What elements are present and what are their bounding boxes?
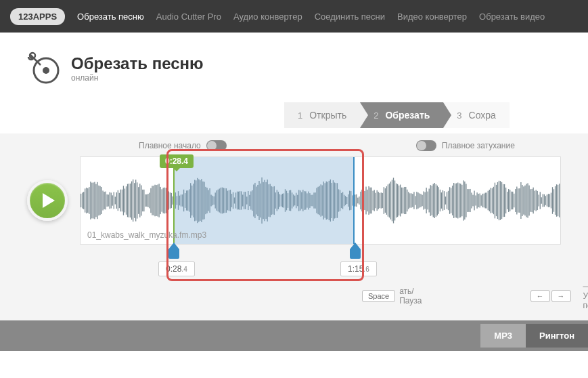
step-open[interactable]: 1 Открыть [284,102,360,128]
play-button[interactable] [27,180,68,221]
nav-video-converter[interactable]: Видео конвертер [397,12,467,22]
svg-rect-50 [146,194,147,207]
format-mp3-button[interactable]: MP3 [480,324,526,348]
svg-rect-62 [163,188,164,213]
svg-rect-213 [369,188,370,214]
svg-rect-27 [115,196,116,204]
svg-rect-346 [552,187,553,214]
svg-rect-229 [392,180,392,221]
svg-rect-4 [83,192,84,209]
svg-rect-252 [423,191,424,209]
svg-rect-268 [445,196,446,205]
svg-rect-245 [413,192,414,209]
svg-rect-334 [536,190,537,211]
svg-rect-311 [504,184,505,217]
waveform-container[interactable]: 0:28.4 0:28.4 1:15.6 01_kwabs_walk_myzuk… [80,156,561,245]
end-time-label[interactable]: 1:15.6 [340,261,377,276]
svg-rect-287 [471,192,472,208]
svg-rect-323 [520,182,521,219]
svg-rect-68 [171,193,172,208]
svg-rect-265 [441,192,442,209]
svg-rect-209 [364,191,365,210]
nav-cutter-pro[interactable]: Audio Cutter Pro [156,12,221,22]
svg-rect-324 [522,185,522,216]
svg-rect-314 [508,189,509,212]
svg-rect-12 [94,182,95,219]
arrow-keys-hint: ← → [530,290,571,302]
svg-rect-28 [116,192,117,209]
fade-out-toggle[interactable] [416,140,436,151]
svg-rect-320 [516,186,517,214]
svg-rect-61 [162,189,162,211]
svg-rect-344 [549,194,550,207]
nav-cut-song[interactable]: Обрезать песню [77,12,144,22]
svg-rect-295 [482,194,483,207]
svg-rect-296 [484,194,484,208]
logo[interactable]: 123APPS [10,8,65,25]
page-subtitle: онлайн [71,73,204,83]
svg-rect-313 [507,192,507,209]
svg-rect-308 [500,181,501,220]
svg-rect-67 [170,192,171,209]
svg-rect-333 [535,191,535,211]
svg-rect-341 [545,196,546,205]
svg-rect-282 [464,182,465,219]
nav-audio-converter[interactable]: Аудио конвертер [233,12,302,22]
svg-rect-48 [143,190,144,211]
svg-rect-273 [452,186,453,215]
svg-rect-5 [85,188,85,212]
nav-join-songs[interactable]: Соединить песни [315,12,385,22]
svg-rect-221 [381,192,382,208]
svg-rect-330 [530,189,530,212]
svg-rect-216 [374,190,375,211]
svg-rect-240 [407,190,407,211]
svg-rect-249 [419,193,420,207]
svg-rect-16 [99,186,100,215]
svg-rect-304 [495,183,495,219]
svg-rect-288 [472,195,473,207]
svg-rect-289 [474,191,474,211]
svg-rect-227 [389,184,390,217]
svg-rect-23 [110,192,110,209]
editor-row: 0:28.4 0:28.4 1:15.6 01_kwabs_walk_myzuk… [27,156,561,245]
title-section: Обрезать песню онлайн [0,33,588,99]
start-time-label[interactable]: 0:28.4 [158,261,195,276]
title-text: Обрезать песню онлайн [71,54,204,83]
arrow-left-icon: ← [530,290,550,302]
svg-rect-325 [523,186,524,214]
svg-rect-15 [98,186,99,216]
svg-rect-343 [548,194,549,207]
step-save[interactable]: 3 Сохра [443,102,510,128]
svg-rect-49 [145,194,145,207]
svg-rect-63 [164,188,165,213]
svg-rect-272 [451,188,451,213]
svg-rect-58 [157,184,158,216]
step-cut[interactable]: 2 Обрезать [360,102,443,128]
svg-rect-29 [118,190,118,211]
fade-in-toggle[interactable] [206,140,227,151]
svg-rect-2 [81,194,81,207]
svg-rect-327 [526,184,526,217]
svg-rect-307 [499,181,499,220]
start-handle[interactable] [167,243,181,259]
svg-rect-207 [361,190,362,211]
nav-cut-video[interactable]: Обрезать видео [479,12,545,22]
svg-rect-259 [433,184,434,217]
svg-rect-290 [475,195,476,205]
svg-rect-241 [408,192,409,209]
svg-rect-223 [384,187,384,214]
svg-rect-19 [104,192,104,209]
end-handle[interactable] [348,243,362,259]
svg-rect-210 [365,187,366,215]
svg-rect-299 [488,191,489,211]
svg-rect-285 [468,189,469,212]
svg-rect-277 [457,183,458,219]
fade-out-control: Плавное затухание [416,140,515,151]
svg-rect-20 [105,192,106,210]
svg-rect-339 [543,194,543,207]
svg-rect-292 [478,194,478,207]
svg-rect-36 [127,184,128,217]
format-ringtone-button[interactable]: Рингтон [526,324,588,348]
svg-rect-238 [404,187,405,214]
svg-rect-220 [380,193,380,208]
